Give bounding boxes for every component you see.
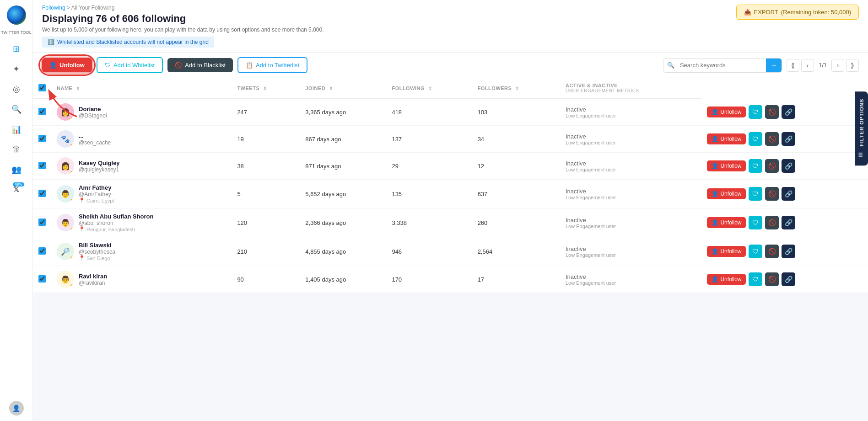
user-info: 👨 Ravi kiran @ravikiran: [57, 271, 226, 288]
row-status: Inactive: [566, 133, 696, 140]
row-whitelist-button[interactable]: 🛡: [749, 245, 762, 258]
avatar-emoji: 👨: [61, 190, 70, 198]
row-joined: 867 days ago: [300, 126, 386, 153]
row-link-button[interactable]: 🔗: [782, 159, 795, 173]
user-handle: @DStagnol: [79, 112, 107, 119]
location-icon: 📍: [79, 197, 85, 203]
app-logo[interactable]: [7, 5, 26, 25]
row-checkbox[interactable]: [38, 108, 46, 115]
row-actions-cell: 👤 Unfollow 🛡 🚫 🔗: [701, 266, 868, 293]
row-unfollow-button[interactable]: 👤 Unfollow: [707, 160, 746, 171]
row-whitelist-button[interactable]: 🛡: [749, 132, 762, 146]
sidebar-item-chart[interactable]: 📊: [8, 121, 25, 138]
unfollow-button[interactable]: 👤 Unfollow: [42, 58, 92, 72]
row-blacklist-button[interactable]: 🚫: [765, 216, 779, 229]
row-blacklist-button[interactable]: 🚫: [765, 245, 779, 258]
row-link-icon: 🔗: [785, 162, 793, 170]
row-unfollow-button[interactable]: 👤 Unfollow: [707, 133, 746, 144]
row-blacklist-icon: 🚫: [768, 276, 776, 283]
user-avatar-img: 👨: [57, 214, 74, 231]
row-link-button[interactable]: 🔗: [782, 216, 795, 229]
page-next-button[interactable]: ›: [831, 59, 844, 72]
sort-following-icon[interactable]: ⇕: [428, 86, 432, 91]
row-user-cell: 🐾 ... @seo_cache: [51, 126, 232, 153]
row-whitelist-button[interactable]: 🛡: [749, 187, 762, 201]
row-checkbox[interactable]: [38, 135, 46, 142]
row-blacklist-icon: 🚫: [768, 219, 776, 226]
row-link-button[interactable]: 🔗: [782, 105, 795, 119]
row-link-button[interactable]: 🔗: [782, 132, 795, 146]
row-whitelist-button[interactable]: 🛡: [749, 216, 762, 229]
export-token-info: (Remaining token: 50,000): [781, 9, 851, 16]
export-button[interactable]: 📤 EXPORT (Remaining token: 50,000): [736, 5, 859, 20]
row-action-buttons: 👤 Unfollow 🛡 🚫 🔗: [707, 159, 863, 173]
row-unfollow-icon: 👤: [712, 109, 718, 115]
sort-name-icon[interactable]: ⇕: [76, 86, 80, 91]
row-link-button[interactable]: 🔗: [782, 187, 795, 201]
sidebar-item-target[interactable]: ◎: [8, 81, 25, 97]
online-indicator: [70, 171, 74, 174]
user-avatar[interactable]: 👤: [9, 401, 24, 416]
user-info: 👩 Doriane @DStagnol: [57, 103, 226, 121]
row-checkbox[interactable]: [38, 190, 46, 197]
blacklist-button[interactable]: 🚫 Add to Blacklist: [167, 58, 233, 72]
row-blacklist-icon: 🚫: [768, 190, 776, 197]
page-first-button[interactable]: ⟪: [787, 59, 799, 72]
search-input[interactable]: [674, 59, 766, 72]
row-whitelist-button[interactable]: 🛡: [749, 159, 762, 173]
sort-followers-icon[interactable]: ⇕: [515, 86, 519, 91]
row-tweets: 19: [232, 126, 300, 153]
row-unfollow-button[interactable]: 👤 Unfollow: [707, 217, 746, 228]
whitelist-button[interactable]: 🛡 Add to Whitelist: [97, 57, 163, 73]
breadcrumb-parent[interactable]: Following: [42, 5, 65, 11]
row-whitelist-icon: 🛡: [752, 219, 759, 226]
user-info: 👨 Sheikh Abu Sufian Shoron @abu_shoron 📍…: [57, 213, 226, 232]
sidebar-item-trash[interactable]: 🗑: [8, 141, 25, 158]
row-checkbox[interactable]: [38, 218, 46, 226]
row-unfollow-button[interactable]: 👤 Unfollow: [707, 107, 746, 117]
row-whitelist-button[interactable]: 🛡: [749, 105, 762, 119]
row-user-cell: 👩 Kasey Quigley @quigleykasey1: [51, 153, 232, 180]
page-last-button[interactable]: ⟫: [846, 59, 859, 72]
search-go-button[interactable]: →: [766, 59, 782, 72]
select-all-checkbox[interactable]: [38, 84, 46, 91]
row-unfollow-button[interactable]: 👤 Unfollow: [707, 274, 746, 285]
avatar-emoji: 🔎: [61, 247, 70, 256]
row-blacklist-icon: 🚫: [768, 108, 776, 116]
filter-options-panel[interactable]: ☰ FILTER OPTIONS: [855, 91, 868, 165]
sidebar-item-twitter-x[interactable]: 𝕏 NEW: [8, 181, 25, 198]
row-user-cell: 👨 Amr Fathey @AmrFathey 📍Cairo, Egypt: [51, 180, 232, 208]
row-checkbox[interactable]: [38, 275, 46, 282]
page-prev-button[interactable]: ‹: [801, 59, 814, 72]
header-following: FOLLOWING ⇕: [386, 78, 472, 98]
row-unfollow-button[interactable]: 👤 Unfollow: [707, 246, 746, 257]
row-tweets: 90: [232, 266, 300, 293]
row-whitelist-button[interactable]: 🛡: [749, 272, 762, 286]
sort-tweets-icon[interactable]: ⇕: [263, 86, 267, 91]
row-checkbox[interactable]: [38, 247, 46, 255]
row-link-button[interactable]: 🔗: [782, 272, 795, 286]
row-status-sub: Low Engagement user: [566, 140, 696, 145]
row-blacklist-button[interactable]: 🚫: [765, 159, 779, 173]
row-blacklist-button[interactable]: 🚫: [765, 272, 779, 286]
row-unfollow-label: Unfollow: [720, 136, 741, 142]
row-checkbox[interactable]: [38, 162, 46, 169]
row-status-cell: Inactive Low Engagement user: [560, 208, 701, 237]
sidebar-item-search[interactable]: 🔍: [8, 101, 25, 117]
unfollow-button-wrapper: 👤 Unfollow: [42, 58, 92, 72]
sidebar-item-users[interactable]: 👥: [8, 161, 25, 178]
row-blacklist-button[interactable]: 🚫: [765, 132, 779, 146]
row-link-button[interactable]: 🔗: [782, 245, 795, 258]
row-blacklist-button[interactable]: 🚫: [765, 187, 779, 201]
row-blacklist-button[interactable]: 🚫: [765, 105, 779, 119]
online-indicator: [70, 284, 74, 288]
row-status: Inactive: [566, 217, 696, 224]
breadcrumb-current: All Your Following: [71, 5, 115, 11]
row-link-icon: 🔗: [785, 108, 793, 116]
sidebar-item-network[interactable]: ✦: [8, 61, 25, 77]
sidebar-item-dashboard[interactable]: ⊞: [8, 41, 25, 57]
row-followers: 103: [472, 98, 560, 126]
twitterlist-button[interactable]: 📋 Add to Twitterlist: [237, 57, 307, 73]
sort-joined-icon[interactable]: ⇕: [329, 86, 333, 91]
row-unfollow-button[interactable]: 👤 Unfollow: [707, 188, 746, 199]
